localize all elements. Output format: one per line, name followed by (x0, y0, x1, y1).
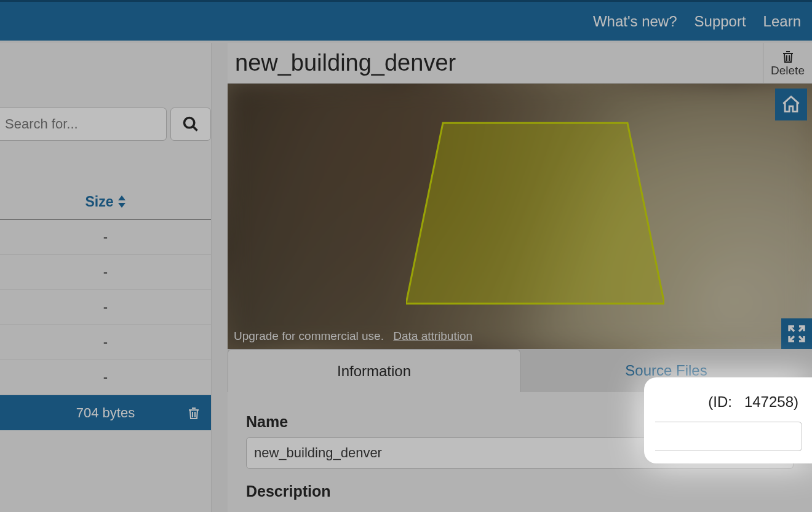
left-panel: Size - - - - - 704 bytes (0, 43, 212, 512)
table-row[interactable]: - (0, 360, 211, 395)
fullscreen-button[interactable] (781, 318, 812, 349)
name-field-fragment[interactable] (655, 422, 802, 451)
row-size: - (103, 299, 108, 315)
search-icon (182, 116, 199, 133)
svg-marker-2 (118, 195, 125, 200)
topbar: What's new? Support Learn (0, 0, 812, 41)
page-title: new_building_denver (235, 50, 456, 76)
row-size: - (103, 334, 108, 350)
svg-marker-3 (118, 203, 125, 208)
support-link[interactable]: Support (695, 13, 746, 30)
search-row (0, 107, 211, 141)
attribution-text: Upgrade for commercial use. Data attribu… (234, 329, 472, 343)
delete-label: Delete (771, 64, 805, 77)
table-row[interactable]: - (0, 325, 211, 360)
table-row-selected[interactable]: 704 bytes (0, 395, 211, 430)
row-size: - (103, 369, 108, 385)
home-view-button[interactable] (775, 89, 807, 120)
svg-point-0 (185, 118, 194, 128)
row-delete-icon[interactable] (186, 405, 201, 421)
home-icon (781, 94, 802, 115)
whats-new-link[interactable]: What's new? (593, 13, 677, 30)
table-row[interactable]: - (0, 220, 211, 255)
table-row[interactable]: - (0, 290, 211, 325)
sort-icon (117, 195, 126, 208)
row-size: - (103, 229, 108, 245)
delete-button[interactable]: Delete (763, 43, 812, 84)
detail-header: new_building_denver Delete (228, 43, 812, 84)
learn-link[interactable]: Learn (763, 13, 801, 30)
svg-line-1 (193, 127, 197, 131)
building-polygon (406, 119, 664, 310)
search-button[interactable] (170, 108, 211, 141)
size-label: Size (85, 194, 113, 210)
search-input[interactable] (0, 108, 167, 141)
trash-icon (781, 49, 795, 64)
preview-viewport[interactable]: Upgrade for commercial use. Data attribu… (228, 84, 812, 349)
row-size: 704 bytes (76, 405, 135, 421)
size-column-header[interactable]: Size (0, 184, 211, 220)
expand-icon (787, 324, 806, 344)
id-callout: (ID: 147258) (644, 377, 812, 463)
svg-marker-8 (406, 123, 664, 304)
row-size: - (103, 264, 108, 280)
table-row[interactable]: - (0, 255, 211, 290)
id-display: (ID: 147258) (655, 390, 802, 411)
data-attribution-link[interactable]: Data attribution (393, 329, 472, 342)
tab-information[interactable]: Information (228, 349, 520, 392)
description-label: Description (246, 482, 794, 500)
